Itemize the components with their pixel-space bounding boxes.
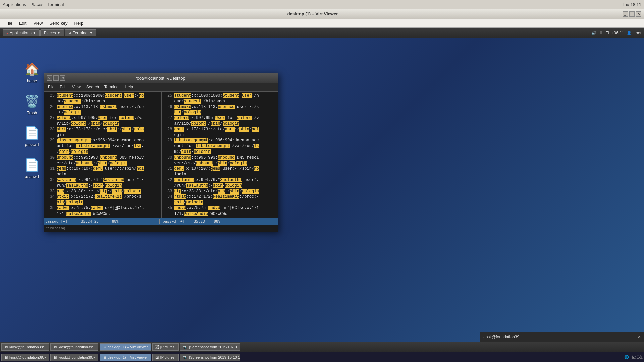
terminal-close-btn[interactable]: ✕ [47, 75, 52, 81]
applications-menu[interactable]: Applications [3, 2, 26, 7]
home-icon-label: home [27, 79, 37, 83]
terminal-recording-bar: recording [44, 225, 278, 232]
table-row: ar/lib/colord:/sbin/nologin [163, 121, 277, 127]
table-row: 30 unbound:x:995:993:Unbound DNS resolv [45, 155, 159, 161]
gnome-applications-label: Applications [10, 31, 32, 35]
gnome-time: Thu 06:11 [606, 31, 624, 35]
places-arrow-icon: ▼ [57, 31, 60, 35]
sys-taskbar-screenshot[interactable]: 📷 [Screenshot from 2019-10-10 1... [180, 354, 240, 361]
kiosk-terminal-close[interactable]: ✕ [638, 335, 641, 339]
taskbar-pictures[interactable]: 🖼 [Pictures] [152, 343, 179, 351]
terminal-right-pane[interactable]: 25 student:x:1000:1000:Student User:/h o… [162, 92, 278, 218]
gnome-top-panel: ● Applications ▼ Places ▼ 🖥 Terminal ▼ 🔊… [0, 28, 644, 38]
terminal-maximize-btn[interactable]: □ [60, 75, 65, 81]
passwd-icon-label: passwd [25, 142, 39, 147]
terminal-menu[interactable]: Terminal [47, 2, 64, 7]
sys-kiosk-icon: 🖥 [4, 355, 8, 359]
table-row: 30 unbound:x:995:993:Unbound DNS resol [163, 155, 277, 161]
table-row: login [163, 172, 277, 177]
volume-icon[interactable]: 🔊 [591, 31, 596, 35]
places-menu[interactable]: Places [30, 2, 43, 7]
system-topbar-left: Applications Places Terminal [3, 2, 64, 7]
table-row: 28 abrt:x:173:173::/etc/abrt:/sbin/nolo [45, 127, 159, 132]
virt-viewer-titlebar: desktop (1) – Virt Viewer _ □ ✕ [0, 9, 644, 19]
system-time: Thu 18:11 [622, 2, 641, 7]
sys-taskbar-kiosk[interactable]: 🖥 kiosk@foundation39:~ [1, 354, 49, 361]
terminal-title: root@localhost:~/Desktop [65, 76, 255, 81]
desktop-icon-passwd[interactable]: 📄 passwd [18, 125, 45, 147]
table-row: 29 libstoragemgmt:x:996:994:daemon acc [163, 138, 277, 143]
table-row: ogin [45, 172, 159, 177]
menu-edit[interactable]: Edit [16, 20, 30, 27]
table-row: /sbin/nologin [45, 149, 159, 155]
sys-taskbar-pics[interactable]: 🖼 [Pictures] [152, 354, 179, 361]
close-button[interactable]: ✕ [636, 11, 641, 17]
titlebar-controls-right[interactable]: _ □ ✕ [623, 11, 641, 17]
table-row: ogin [163, 132, 277, 138]
table-row: 34 rtkit:x:172:172:RealtimeKit:/proc:/ [163, 194, 277, 200]
table-row: 31 qemu:x:107:107:qemu user:/:/sbin/nol [45, 166, 159, 172]
gnome-places-btn[interactable]: Places ▼ [40, 29, 64, 36]
trash-icon-label: Trash [27, 111, 37, 115]
table-row: 32 saslauth:x:994:76:"Saslauthd user": [163, 177, 277, 183]
display-icon[interactable]: 🖥 [599, 31, 603, 35]
table-row: 29 libstoragemgmt:x:996:994:daemon acco [45, 138, 159, 143]
table-row: 33 ntp:x:38:38::/etc/ntp:/sbin/nologin [45, 189, 159, 194]
table-row: gin [45, 132, 159, 138]
terminal-controls-left[interactable]: ✕ _ □ [47, 75, 65, 81]
table-row: run/saslauthd:/sbin/nologin [45, 183, 159, 189]
menu-file[interactable]: File [2, 20, 16, 27]
table-row: 171:PulseAudio WCxWCWc [45, 211, 159, 217]
table-row: 27 colord:x:997:995:User for colord:/v [163, 115, 277, 121]
gnome-applications-btn[interactable]: ● Applications ▼ [3, 29, 40, 36]
desktop-area: 🏠 home 🗑️ Trash 📄 passwd 📄 psaawd ✕ [0, 38, 644, 352]
taskbar-kiosk-2[interactable]: 🖥 kiosk@foundation39:~ [50, 343, 98, 351]
terminal-minimize-btn[interactable]: _ [53, 75, 59, 81]
terminal-window: ✕ _ □ root@localhost:~/Desktop File Edit… [44, 73, 278, 232]
menu-view[interactable]: View [30, 20, 46, 27]
status-left-filename: passwd [+] 35,24-25 88% [45, 219, 159, 224]
applications-arrow-icon: ▼ [33, 31, 36, 35]
table-row: 27 colord:x:997:995:User for colord:/va [45, 115, 159, 121]
table-row: ount for libstoragemgmt:/var/run/ls [163, 143, 277, 149]
table-row: er:/etc/unbound:/sbin/nologin [45, 161, 159, 166]
table-row: 34 rtkit:x:172:172:RealtimeKit:/proc/s [45, 194, 159, 200]
screenshot-icon: 📷 [183, 345, 188, 349]
terminal-menubar: File Edit View Search Terminal Help [44, 83, 278, 92]
network-icon: 🌐 [624, 355, 629, 359]
desktop-icon-home[interactable]: 🏠 home [18, 61, 45, 83]
pictures-icon: 🖼 [155, 345, 159, 349]
minimize-button[interactable]: _ [623, 11, 628, 17]
terminal-content[interactable]: 25 student:x:1000:1000:Student User:/ho … [44, 92, 278, 218]
gnome-terminal-btn[interactable]: 🖥 Terminal ▼ [65, 29, 96, 36]
table-row: ome/student:/bin/bash [163, 99, 277, 104]
sys-screenshot-icon: 📷 [183, 355, 188, 359]
terminal-menu-edit[interactable]: Edit [57, 84, 69, 90]
table-row: r/lib/colord:/sbin/nologin [45, 121, 159, 127]
desktop-icon-psaawd[interactable]: 📄 psaawd [18, 157, 45, 179]
terminal-menu-view[interactable]: View [69, 84, 84, 90]
sys-kiosk2-icon: 🖥 [53, 355, 57, 359]
menu-help[interactable]: Help [71, 20, 87, 27]
table-row: bin/nologin [163, 110, 277, 115]
terminal-arrow-icon: ▼ [90, 31, 93, 35]
sys-taskbar-kiosk2[interactable]: 🖥 kiosk@foundation39:~ [50, 354, 98, 361]
taskbar-kiosk-1[interactable]: 🖥 kiosk@foundation39:~ [1, 343, 49, 351]
terminal-left-pane[interactable]: 25 student:x:1000:1000:Student User:/ho … [44, 92, 161, 218]
terminal-menu-search[interactable]: Search [84, 84, 102, 90]
table-row: 32 saslauth:x:994:76:"Saslauthd user":/ [45, 177, 159, 183]
taskbar-virt-viewer[interactable]: 🖥 desktop (1) – Virt Viewer [100, 343, 151, 351]
taskbar-screenshot[interactable]: 📷 [Screenshot from 2019-10-10 1... [180, 343, 240, 351]
sys-taskbar-virt[interactable]: 🖥 desktop (1) – Virt Viewer [100, 354, 151, 361]
terminal-statusbar: passwd [+] 35,24-25 88% passwd [+] 35,23 [44, 218, 278, 225]
terminal-menu-file[interactable]: File [45, 84, 57, 90]
desktop-icon-trash[interactable]: 🗑️ Trash [18, 93, 45, 115]
table-row: bin/nologin [45, 200, 159, 205]
maximize-button[interactable]: □ [629, 11, 635, 17]
menu-send-key[interactable]: Send key [46, 20, 71, 27]
gnome-terminal-label: Terminal [73, 31, 88, 35]
terminal-menu-terminal[interactable]: Terminal [102, 84, 122, 90]
table-row: 26 usbmuxd:x:113:113:usbmuxd user:/:/s [163, 104, 277, 110]
terminal-menu-help[interactable]: Help [122, 84, 136, 90]
system-tray: 🌐 亿汇在 [624, 355, 643, 360]
